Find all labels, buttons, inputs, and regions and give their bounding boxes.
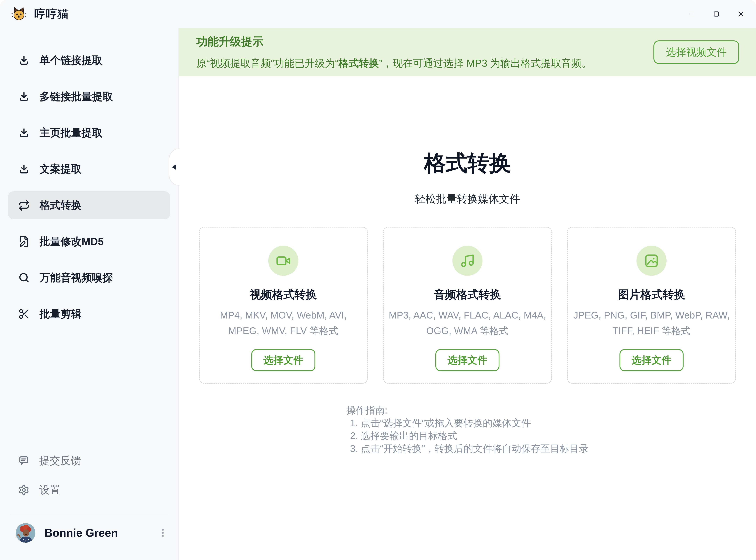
close-icon[interactable] [737,10,745,18]
sidebar-item-multi-link-batch-extraction[interactable]: 多链接批量提取 [8,83,170,111]
sidebar-item-label: 批量修改MD5 [40,235,104,249]
guide-section: 操作指南: 1. 点击“选择文件”或拖入要转换的媒体文件 2. 选择要输出的目标… [179,404,756,455]
download-icon [18,163,30,175]
repeat-icon [18,200,30,211]
sidebar-item-label: 批量剪辑 [40,307,82,321]
sidebar-item-settings[interactable]: 设置 [8,477,170,503]
image-icon [644,253,659,268]
app-title: 哼哼猫 [34,6,69,22]
feedback-icon [18,455,29,466]
guide-title: 操作指南: [346,404,589,417]
upgrade-banner-text: 功能升级提示 原“视频提取音频”功能已升级为“格式转换”，现在可通过选择 MP3… [196,34,592,70]
avatar [16,523,35,543]
minimize-icon[interactable] [688,10,696,18]
sidebar-item-label: 主页批量提取 [40,126,102,140]
chevron-left-icon [172,164,176,170]
download-icon [18,127,30,139]
sidebar-item-single-link-extraction[interactable]: 单个链接提取 [8,46,170,74]
sidebar-item-label: 多链接批量提取 [40,89,113,104]
image-conversion-card[interactable]: 图片格式转换 JPEG, PNG, GIF, BMP, WebP, RAW, T… [567,227,736,384]
card-title: 音频格式转换 [434,287,501,302]
sidebar-item-label: 提交反馈 [39,454,81,468]
card-formats: MP3, AAC, WAV, FLAC, ALAC, M4A, OGG, WMA… [389,307,546,339]
sidebar-footer: 提交反馈 设置 [8,447,170,548]
sidebar-item-copy-extraction[interactable]: 文案提取 [8,155,170,183]
conversion-cards: 视频格式转换 MP4, MKV, MOV, WebM, AVI, MPEG, W… [179,227,756,384]
sidebar-item-label: 文案提取 [40,162,82,176]
sidebar-item-label: 格式转换 [40,198,82,213]
kebab-menu-icon[interactable] [158,526,168,540]
maximize-icon[interactable] [712,10,720,18]
page-subtitle: 轻松批量转换媒体文件 [179,192,756,206]
gear-icon [18,484,29,496]
sidebar-item-label: 设置 [39,483,60,497]
sidebar-divider [10,515,168,515]
video-icon-circle [268,246,298,276]
select-file-button-image[interactable]: 选择文件 [619,349,683,371]
audio-conversion-card[interactable]: 音频格式转换 MP3, AAC, WAV, FLAC, ALAC, M4A, O… [383,227,552,384]
user-profile-row[interactable]: Bonnie Green [8,518,170,548]
card-formats: MP4, MKV, MOV, WebM, AVI, MPEG, WMV, FLV… [204,307,362,339]
upgrade-banner: 功能升级提示 原“视频提取音频”功能已升级为“格式转换”，现在可通过选择 MP3… [179,28,756,76]
cat-logo-icon [11,6,26,22]
sidebar-collapse-handle[interactable] [169,148,179,186]
image-icon-circle [636,246,667,276]
user-name: Bonnie Green [44,526,118,539]
sidebar-item-batch-clip[interactable]: 批量剪辑 [8,300,170,328]
music-note-icon [460,253,475,268]
card-title: 视频格式转换 [250,287,317,302]
search-icon [18,272,30,283]
app-window: 哼哼猫 单个链接提取 多链接批量提取 [0,0,756,560]
select-file-button-video[interactable]: 选择文件 [251,349,315,371]
guide-step: 1. 点击“选择文件”或拖入要转换的媒体文件 [350,417,589,429]
download-icon [18,91,30,102]
guide-step: 3. 点击“开始转换”，转换后的文件将自动保存至目标目录 [350,442,589,455]
select-video-file-button[interactable]: 选择视频文件 [654,40,739,64]
download-icon [18,55,30,66]
sidebar-item-media-sniffer[interactable]: 万能音视频嗅探 [8,264,170,292]
card-formats: JPEG, PNG, GIF, BMP, WebP, RAW, TIFF, HE… [573,307,730,339]
page-title: 格式转换 [179,149,756,178]
sidebar-item-format-conversion[interactable]: 格式转换 [8,191,170,219]
card-title: 图片格式转换 [618,287,685,302]
select-file-button-audio[interactable]: 选择文件 [435,349,499,371]
sidebar: 单个链接提取 多链接批量提取 主页批量提取 文案提取 格式转换 批量修改MD5 [0,28,179,560]
title-bar: 哼哼猫 [0,0,756,28]
sidebar-item-homepage-batch-extraction[interactable]: 主页批量提取 [8,119,170,147]
guide-step: 2. 选择要输出的目标格式 [350,429,589,442]
banner-body: 原“视频提取音频”功能已升级为“格式转换”，现在可通过选择 MP3 为输出格式提… [196,57,592,70]
sidebar-item-feedback[interactable]: 提交反馈 [8,447,170,474]
sidebar-item-label: 单个链接提取 [40,53,102,67]
video-conversion-card[interactable]: 视频格式转换 MP4, MKV, MOV, WebM, AVI, MPEG, W… [199,227,368,384]
window-controls [688,10,745,18]
video-camera-icon [276,253,291,268]
main-content: 功能升级提示 原“视频提取音频”功能已升级为“格式转换”，现在可通过选择 MP3… [179,28,756,560]
audio-icon-circle [452,246,482,276]
file-edit-icon [18,236,30,247]
sidebar-item-batch-modify-md5[interactable]: 批量修改MD5 [8,227,170,256]
scissors-icon [18,308,30,320]
banner-title: 功能升级提示 [196,34,592,49]
sidebar-item-label: 万能音视频嗅探 [40,271,113,285]
